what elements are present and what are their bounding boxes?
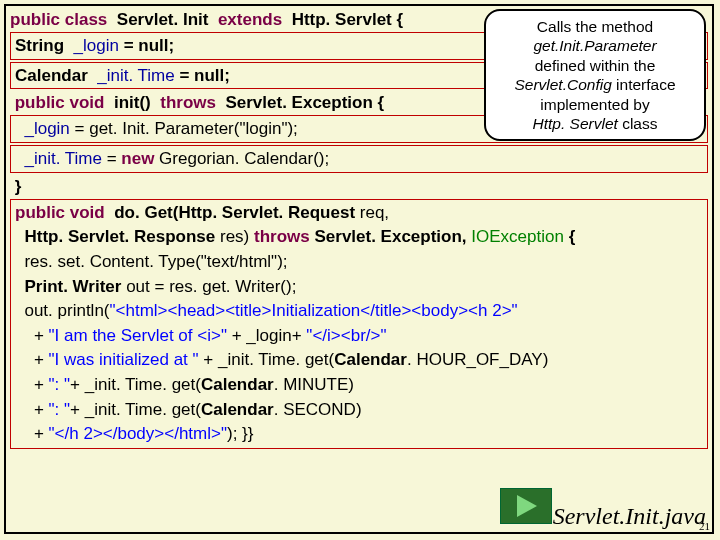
stmt: + "I am the Servlet of <i>" + _login+ "<… xyxy=(15,324,703,349)
stmt: + ": "+ _init. Time. get(Calendar. MINUT… xyxy=(15,373,703,398)
callout-box: Calls the method get.Init.Parameter defi… xyxy=(484,9,706,141)
callout-line: Servlet.Config interface xyxy=(494,75,696,94)
doget-sig-1: public void do. Get(Http. Servlet. Reque… xyxy=(15,201,703,226)
stmt: res. set. Content. Type("text/html"); xyxy=(15,250,703,275)
stmt: Print. Writer out = res. get. Writer(); xyxy=(15,275,703,300)
callout-line: implemented by xyxy=(494,95,696,114)
assign-box-2: _init. Time = new Gregorian. Calendar(); xyxy=(10,145,708,173)
close-brace: } xyxy=(10,175,708,199)
page-number: 21 xyxy=(699,520,710,532)
callout-line: Http. Servlet class xyxy=(494,114,696,133)
filename-label: Servlet.Init.java xyxy=(553,503,706,530)
stmt: out. println("<html><head><title>Initial… xyxy=(15,299,703,324)
slide-frame: Calls the method get.Init.Parameter defi… xyxy=(4,4,714,534)
doget-box: public void do. Get(Http. Servlet. Reque… xyxy=(10,199,708,449)
play-icon[interactable] xyxy=(500,488,552,524)
callout-line: defined within the xyxy=(494,56,696,75)
stmt: + "I was initialized at " + _init. Time.… xyxy=(15,348,703,373)
callout-line: Calls the method xyxy=(494,17,696,36)
callout-line: get.Init.Parameter xyxy=(494,36,696,55)
doget-sig-2: Http. Servlet. Response res) throws Serv… xyxy=(15,225,703,250)
stmt: + "</h 2></body></html>"); }} xyxy=(15,422,703,447)
stmt: + ": "+ _init. Time. get(Calendar. SECON… xyxy=(15,398,703,423)
